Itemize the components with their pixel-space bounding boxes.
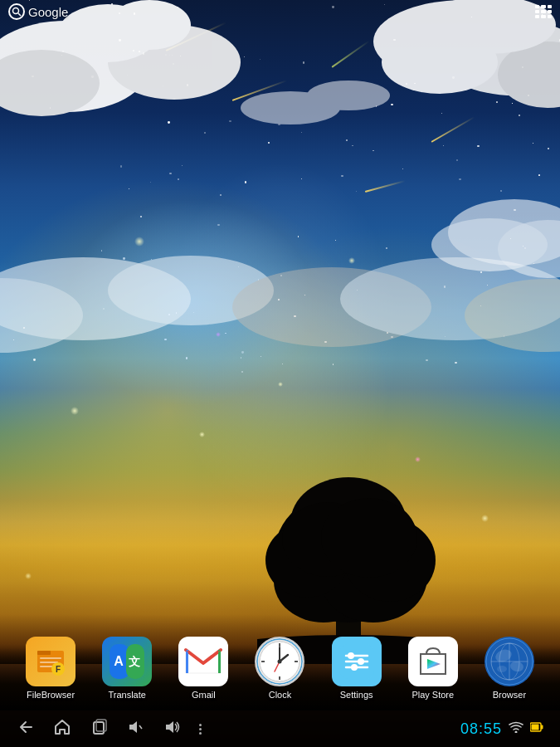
settings-icon (332, 637, 382, 686)
svg-rect-84 (541, 725, 543, 730)
playstore-label: Play Store (411, 690, 454, 700)
svg-rect-85 (532, 725, 539, 730)
gmail-svg (179, 637, 227, 686)
app-filebrowser[interactable]: F FileBrowser (17, 637, 84, 700)
app-gmail[interactable]: Gmail (170, 637, 236, 700)
grid-dot (535, 10, 539, 13)
dot2 (199, 728, 202, 730)
battery-svg (530, 721, 543, 733)
volume-up-button[interactable] (163, 718, 181, 740)
filebrowser-svg: F (33, 644, 68, 679)
svg-line-80 (139, 725, 142, 729)
svg-point-82 (515, 731, 518, 734)
svg-rect-35 (37, 651, 51, 655)
grid-dot (535, 15, 539, 18)
vol-down-icon (126, 718, 144, 736)
filebrowser-icon: F (26, 637, 75, 686)
settings-label: Settings (340, 690, 373, 700)
svg-point-63 (358, 658, 364, 665)
svg-rect-37 (40, 662, 58, 663)
home-icon (53, 718, 71, 736)
apps-grid-icon[interactable] (535, 5, 552, 18)
grid-dot (541, 5, 545, 8)
svg-rect-46 (186, 650, 188, 673)
browser-label: Browser (493, 690, 526, 700)
search-icon (8, 3, 25, 20)
svg-marker-79 (129, 721, 137, 733)
back-icon (17, 718, 35, 736)
app-browser[interactable]: Browser (476, 637, 543, 700)
svg-point-61 (348, 652, 354, 659)
browser-icon (485, 637, 534, 686)
glow-blue (66, 199, 315, 407)
svg-rect-77 (94, 722, 104, 734)
svg-point-65 (351, 664, 358, 671)
translate-icon: A 文 (102, 637, 152, 686)
time-display: 08:55 (460, 720, 502, 738)
svg-point-72 (497, 666, 507, 672)
wifi-icon (509, 721, 523, 736)
nav-bar: 08:55 (0, 710, 560, 747)
gmail-label: Gmail (192, 690, 216, 700)
app-dock: F FileBrowser A 文 Translate (0, 627, 560, 710)
dot1 (199, 724, 202, 726)
browser-svg (485, 637, 533, 686)
app-settings[interactable]: Settings (324, 637, 390, 700)
recents-button[interactable] (90, 718, 108, 740)
nav-controls (17, 718, 202, 740)
playstore-icon (408, 637, 458, 686)
vol-up-icon (163, 718, 181, 736)
clock-label: Clock (269, 690, 292, 700)
grid-dot (548, 15, 552, 18)
svg-text:A: A (114, 654, 124, 668)
translate-svg: A 文 (110, 644, 144, 679)
grid-dot (541, 15, 545, 18)
svg-rect-47 (218, 650, 221, 673)
app-playstore[interactable]: Play Store (400, 637, 466, 700)
svg-text:F: F (56, 665, 61, 674)
svg-point-57 (278, 660, 282, 664)
svg-text:文: 文 (129, 655, 140, 668)
clock-icon (255, 637, 304, 686)
app-translate[interactable]: A 文 Translate (94, 637, 160, 700)
dot3 (199, 732, 202, 735)
grid-dot (548, 5, 552, 8)
back-button[interactable] (17, 718, 35, 740)
svg-point-32 (13, 8, 19, 14)
recents-icon (90, 718, 108, 736)
more-button[interactable] (199, 724, 202, 735)
more-dots-icon (199, 724, 202, 735)
app-clock[interactable]: Clock (246, 637, 313, 700)
nav-status: 08:55 (460, 720, 543, 738)
grid-dot (541, 10, 545, 13)
search-svg (12, 7, 22, 17)
wifi-svg (509, 721, 523, 733)
google-search-bar[interactable]: Google (8, 3, 68, 20)
svg-marker-81 (166, 721, 173, 733)
playstore-svg (409, 637, 457, 686)
battery-icon (530, 721, 543, 736)
svg-rect-36 (40, 657, 61, 659)
filebrowser-label: FileBrowser (27, 690, 75, 700)
volume-down-button[interactable] (126, 718, 144, 740)
translate-label: Translate (108, 690, 145, 700)
grid-dot (548, 10, 552, 13)
google-label: Google (28, 5, 68, 19)
settings-svg (339, 644, 374, 679)
svg-line-33 (18, 13, 21, 16)
status-bar-top: Google (0, 0, 560, 23)
clock-svg (256, 638, 303, 685)
gmail-icon (178, 637, 228, 686)
home-button[interactable] (53, 718, 71, 740)
grid-dot (535, 5, 539, 8)
